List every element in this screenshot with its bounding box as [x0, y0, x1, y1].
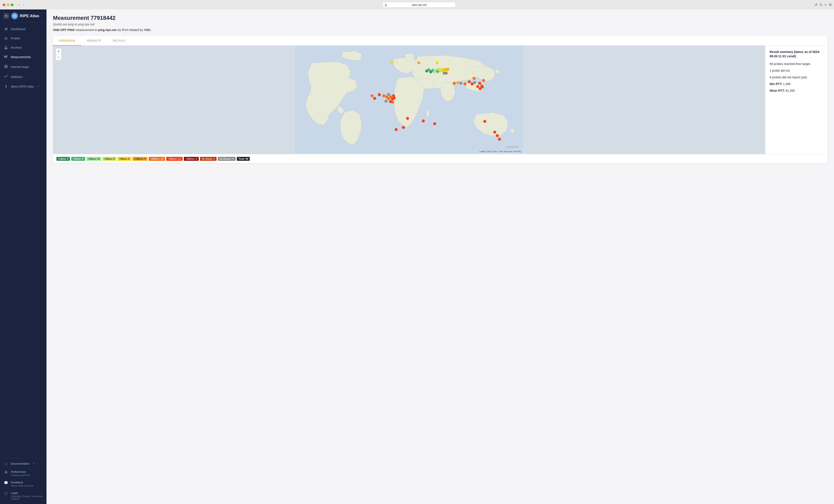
sidebar: ✕ RIPE Atlas ⊞ Dashboard ◎	[0, 9, 46, 504]
svg-point-60	[402, 126, 405, 129]
svg-point-50	[473, 81, 476, 84]
svg-point-61	[422, 119, 425, 122]
svg-point-28	[417, 61, 420, 64]
sidebar-preferences[interactable]: ⚙ Preferences Settings and Prefs	[0, 468, 46, 479]
sidebar-item-label: About RIPE Atlas	[11, 85, 34, 88]
zoom-out-button[interactable]: −	[56, 54, 62, 60]
legal-sublabel: Copyright, Privacy, Terms and Cookies	[11, 495, 43, 500]
share-button[interactable]: ⎙	[820, 3, 822, 7]
svg-rect-5	[5, 56, 6, 58]
legend-300ms: <300ms: 11	[166, 157, 182, 161]
svg-point-46	[459, 82, 462, 85]
probes-icon: ◎	[4, 36, 8, 40]
documentation-label: Documentation	[11, 462, 29, 465]
forward-button[interactable]: ›	[22, 2, 26, 7]
svg-point-24	[446, 68, 449, 71]
preferences-label: Preferences	[11, 470, 30, 474]
measurement-target: ping.ripe.net	[98, 28, 116, 32]
page-title: Measurement 77918442	[53, 15, 828, 21]
internet-maps-icon	[4, 65, 8, 69]
legend: <10ms: 4 <20ms: 9 <30ms: 14 <40ms: 9 <50…	[53, 154, 828, 163]
svg-point-33	[382, 94, 386, 97]
logo-icon	[11, 13, 18, 19]
svg-point-31	[373, 97, 376, 100]
map-panel: OVERVIEW RESULTS DETAILS + −	[53, 36, 828, 163]
sidebar-item-internet-maps[interactable]: Internet Maps	[0, 62, 46, 72]
desc-prefix: measurement to	[75, 28, 98, 32]
svg-text:Leaflet | Tiles © Esri — Esri,: Leaflet | Tiles © Esri — Esri, DeLorme, …	[479, 151, 521, 153]
tab-overview[interactable]: OVERVIEW	[53, 36, 81, 46]
legend-50ms: <50ms: 8	[117, 157, 131, 161]
stat-min-rtt: Min RTT: 1.486	[770, 82, 823, 86]
url-display[interactable]: atlas.ripe.net	[382, 2, 456, 7]
map-area: + −	[53, 46, 828, 154]
svg-point-55	[482, 79, 485, 82]
summary-panel: Result summary (latest, as of 2024-08-26…	[765, 46, 828, 154]
minimize-button[interactable]	[7, 3, 9, 6]
svg-point-58	[406, 117, 409, 120]
legend-no-report: No Report: 8	[218, 157, 236, 161]
dashboard-icon: ⊞	[4, 27, 8, 31]
reload-button[interactable]: ↺	[814, 3, 817, 7]
svg-point-63	[483, 120, 486, 123]
sidebar-item-label: Statistics	[11, 75, 23, 78]
svg-point-29	[436, 61, 439, 64]
sidebar-item-about[interactable]: ℹ About RIPE Atlas ↗	[0, 82, 46, 91]
svg-point-26	[445, 72, 448, 75]
zoom-in-button[interactable]: +	[56, 48, 62, 54]
svg-point-64	[493, 131, 496, 134]
sidebar-documentation[interactable]: □ Documentation ↗	[0, 460, 46, 468]
svg-point-47	[463, 83, 466, 86]
sidebar-item-statistics[interactable]: Statistics	[0, 72, 46, 82]
sidebar-legal[interactable]: ⬡ Legal Copyright, Privacy, Terms and Co…	[0, 489, 46, 502]
svg-point-44	[453, 82, 456, 85]
svg-point-59	[395, 128, 398, 131]
sidebar-item-dashboard[interactable]: ⊞ Dashboard	[0, 24, 46, 33]
sidebar-item-measurements[interactable]: Measurements	[0, 52, 46, 62]
svg-point-42	[393, 96, 396, 99]
close-sidebar-button[interactable]: ✕	[3, 13, 9, 19]
back-button[interactable]: ‹	[18, 2, 21, 7]
maximize-button[interactable]	[11, 3, 14, 6]
legend-40ms: <40ms: 9	[103, 157, 116, 161]
svg-point-43	[389, 100, 392, 103]
sidebar-bottom: □ Documentation ↗ ⚙ Preferences Settings…	[0, 458, 46, 504]
svg-rect-6	[6, 55, 7, 58]
measurements-icon	[4, 55, 8, 60]
sidebar-item-anchors[interactable]: ⚓ Anchors	[0, 43, 46, 52]
svg-point-51	[473, 77, 476, 80]
svg-point-40	[385, 100, 388, 102]
sidebar-feedback[interactable]: 💬 Feedback Tell us what you think	[0, 479, 46, 489]
sidebar-item-label: Internet Maps	[11, 65, 29, 69]
measurement-initiator: YOU	[144, 28, 150, 32]
svg-point-45	[456, 81, 459, 84]
stat-probes-no-report: 8 probes did not report (yet).	[770, 75, 823, 79]
tabs: OVERVIEW RESULTS DETAILS	[53, 36, 828, 46]
new-tab-button[interactable]: +	[825, 3, 827, 7]
page-subtitle: QuickLook ping to ping.ripe.net	[53, 23, 828, 26]
anchors-icon: ⚓	[4, 45, 8, 49]
preferences-icon: ⚙	[4, 470, 8, 474]
legend-10ms: <10ms: 4	[57, 157, 70, 161]
tab-details[interactable]: DETAILS	[107, 36, 132, 46]
close-button[interactable]	[3, 3, 5, 6]
svg-point-52	[476, 85, 479, 88]
stat-probe-not: 1 probe did not.	[770, 68, 823, 73]
tab-results[interactable]: RESULTS	[81, 36, 107, 46]
stat-probes-reached: 90 probes reached their target.	[770, 62, 823, 66]
svg-point-32	[378, 93, 381, 96]
legend-30ms: <30ms: 14	[86, 157, 102, 161]
legend-no-reply: No Reply: 1	[200, 157, 217, 161]
legend-20ms: <20ms: 9	[71, 157, 85, 161]
external-link-icon: ↗	[33, 462, 35, 464]
titlebar: ‹ › 🔒 atlas.ripe.net ↺ ⎙ + ⧉	[0, 0, 834, 9]
lock-icon: 🔒	[384, 3, 387, 6]
legal-icon: ⬡	[4, 491, 8, 496]
sidebar-item-label: Dashboard	[11, 27, 26, 31]
sidebar-item-probes[interactable]: ◎ Probes	[0, 33, 46, 43]
windows-button[interactable]: ⧉	[829, 3, 831, 7]
stat-mean-rtt: Mean RTT: 91.456	[770, 88, 823, 93]
svg-point-35	[387, 93, 390, 96]
desc-end: .	[151, 28, 152, 32]
svg-point-48	[468, 80, 471, 83]
